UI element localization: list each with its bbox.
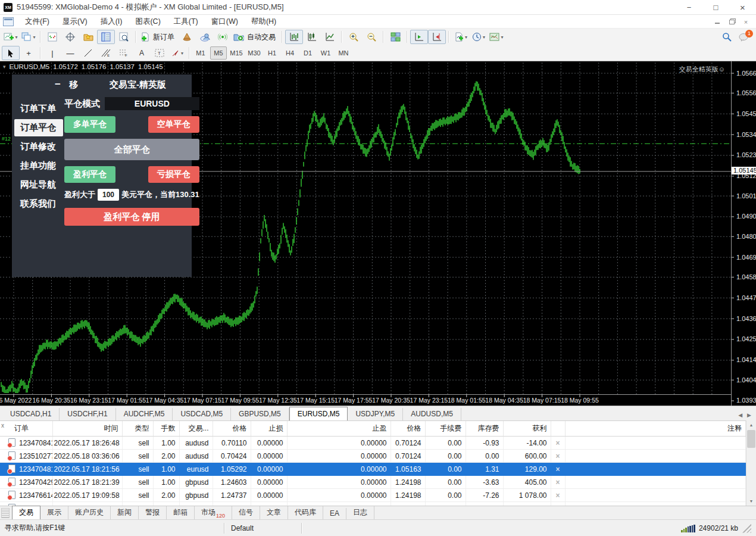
terminal-tab[interactable]: 账户历史 [68, 506, 111, 519]
terminal-tab[interactable]: 交易 [12, 506, 40, 519]
symbol-select[interactable]: EURUSD [105, 97, 199, 110]
orders-column-header[interactable]: 止盈 [287, 421, 391, 437]
orders-column-header[interactable]: 交易... [179, 421, 213, 437]
new-order-button[interactable]: 新订单 [139, 30, 178, 44]
child-close-button[interactable]: × [742, 18, 750, 25]
tick-chart-button[interactable] [43, 30, 61, 44]
trendline-tool[interactable] [79, 46, 97, 60]
chart-tab[interactable]: USDJPY,M5 [348, 408, 403, 420]
templates-button[interactable]: ▾ [488, 30, 505, 44]
close-button[interactable]: × [729, 0, 756, 14]
resize-grip[interactable] [742, 523, 751, 533]
terminal-close-icon[interactable]: x [1, 422, 4, 429]
maximize-button[interactable]: □ [702, 0, 729, 14]
terminal-tab[interactable]: 文章 [260, 506, 288, 519]
timeframe-button[interactable]: M1 [192, 46, 209, 60]
zoom-in-button[interactable] [345, 30, 363, 44]
candlestick-mode-button[interactable] [303, 30, 321, 44]
bar-chart-mode-button[interactable] [285, 30, 303, 44]
arrows-tool[interactable]: ▾ [168, 46, 186, 60]
panel-menu-item[interactable]: 订单下单 [14, 100, 63, 117]
data-window-button[interactable] [115, 30, 133, 44]
market-watch-toggle[interactable] [97, 30, 115, 44]
chart-tab[interactable]: USDCHF,H1 [60, 408, 115, 420]
terminal-tab[interactable]: EA [323, 508, 346, 519]
chart-tab[interactable]: AUDUSD,M5 [403, 408, 461, 420]
orders-column-header[interactable]: 手数 [153, 421, 179, 437]
timeframe-button[interactable]: W1 [317, 46, 334, 60]
panel-menu-item[interactable]: 网址导航 [14, 176, 63, 194]
autotrading-button[interactable]: 自动交易 [232, 30, 279, 44]
close-order-icon[interactable]: × [551, 489, 565, 502]
chart-tab[interactable]: USDCAD,M5 [173, 408, 231, 420]
expert-advisor-icon-button[interactable] [178, 30, 196, 44]
signals-button[interactable] [214, 30, 232, 44]
price-axis[interactable]: 1.056651.055601.054501.053401.052301.051… [732, 61, 756, 406]
crosshair-tool[interactable]: + [20, 46, 38, 60]
scroll-down-icon[interactable]: ▼ [746, 497, 756, 506]
panel-menu-item[interactable]: 挂单功能 [14, 157, 63, 174]
tab-scroll-right-icon[interactable]: ▶ [747, 412, 751, 418]
orders-column-header[interactable]: 手续费 [425, 421, 466, 437]
menu-item[interactable]: 工具(T) [167, 15, 205, 28]
auto-scroll-toggle[interactable] [410, 30, 428, 44]
timeframe-button[interactable]: H4 [282, 46, 298, 60]
terminal-tab[interactable]: 市场120 [195, 506, 232, 519]
terminal-tab[interactable]: 日志 [346, 506, 374, 519]
line-chart-mode-button[interactable] [321, 30, 339, 44]
orders-header-row[interactable]: 订单时间类型手数交易...价格止损止盈价格手续费库存费获利注释 [0, 421, 746, 437]
vertical-line-tool[interactable]: | [43, 46, 61, 60]
text-tool[interactable]: A [133, 46, 151, 60]
panel-move-button[interactable]: 移 [69, 79, 93, 91]
panel-menu-item[interactable]: 联系我们 [14, 195, 63, 213]
chart-shift-toggle[interactable] [428, 30, 446, 44]
terminal-tab[interactable]: 警报 [139, 506, 167, 519]
orders-column-header[interactable]: 注释 [565, 421, 746, 437]
zoom-out-button[interactable] [363, 30, 380, 44]
chart-canvas[interactable]: ▾ EURUSD,M5 1.05172 1.05176 1.05137 1.05… [0, 61, 756, 406]
chart-tab[interactable]: USDCAD,H1 [2, 408, 60, 420]
menu-item[interactable]: 窗口(W) [205, 15, 245, 28]
menu-item[interactable]: 帮助(H) [245, 15, 283, 28]
orders-column-header[interactable] [551, 421, 565, 437]
order-row[interactable]: 1234704292022.05.17 18:21:39sell1.00gbpu… [0, 476, 746, 489]
profit-threshold-input[interactable] [98, 189, 119, 201]
terminal-tab[interactable]: 展示 [40, 506, 68, 519]
orders-column-header[interactable]: 订单 [0, 421, 52, 437]
tile-windows-button[interactable] [386, 30, 404, 44]
indicators-button[interactable]: ▾ [452, 30, 470, 44]
orders-column-header[interactable]: 库存费 [466, 421, 503, 437]
terminal-tab[interactable]: 代码库 [288, 506, 323, 519]
chart-tab[interactable]: EURUSD,M5 [289, 407, 348, 420]
timeframe-button[interactable]: H1 [264, 46, 280, 60]
cursor-tool[interactable] [2, 46, 20, 60]
horizontal-line-tool[interactable]: — [61, 46, 79, 60]
terminal-scrollbar[interactable]: ▲ ▼ [746, 420, 756, 506]
new-chart-button[interactable]: ▾ [2, 30, 20, 44]
orders-column-header[interactable]: 时间 [52, 421, 122, 437]
favorites-button[interactable] [79, 30, 97, 44]
child-restore-button[interactable] [727, 18, 736, 25]
orders-column-header[interactable]: 价格 [391, 421, 425, 437]
time-axis[interactable]: 16 May 202216 May 20:3516 May 23:1517 Ma… [0, 395, 731, 406]
notifications-icon[interactable]: 1 [739, 33, 749, 42]
menu-item[interactable]: 图表(C) [129, 15, 167, 28]
close-order-icon[interactable]: × [551, 437, 565, 450]
terminal-tab[interactable]: 新闻 [111, 506, 139, 519]
order-row[interactable]: 1234704812022.05.17 18:21:56sell1.00euru… [0, 463, 746, 476]
orders-column-header[interactable]: 获利 [503, 421, 551, 437]
fibonacci-tool[interactable]: F [115, 46, 133, 60]
profiles-button[interactable]: ▾ [20, 30, 38, 44]
menu-item[interactable]: 文件(F) [18, 15, 56, 28]
panel-minimize-button[interactable]: − [55, 79, 69, 91]
close-order-icon[interactable]: × [551, 463, 565, 476]
tab-scroll-left-icon[interactable]: ◀ [738, 412, 742, 418]
scroll-up-icon[interactable]: ▲ [746, 420, 756, 429]
close-long-button[interactable]: 多单平仓 [64, 116, 115, 133]
order-row[interactable]: 1234708412022.05.17 18:26:48sell1.00audu… [0, 437, 746, 450]
terminal-tab[interactable]: 信号 [232, 506, 260, 519]
menu-item[interactable]: 插入(I) [94, 15, 129, 28]
timeframe-button[interactable]: MN [335, 46, 352, 60]
order-row[interactable]: 1234766142022.05.17 19:09:58sell2.00gbpu… [0, 489, 746, 502]
community-button[interactable] [196, 30, 214, 44]
